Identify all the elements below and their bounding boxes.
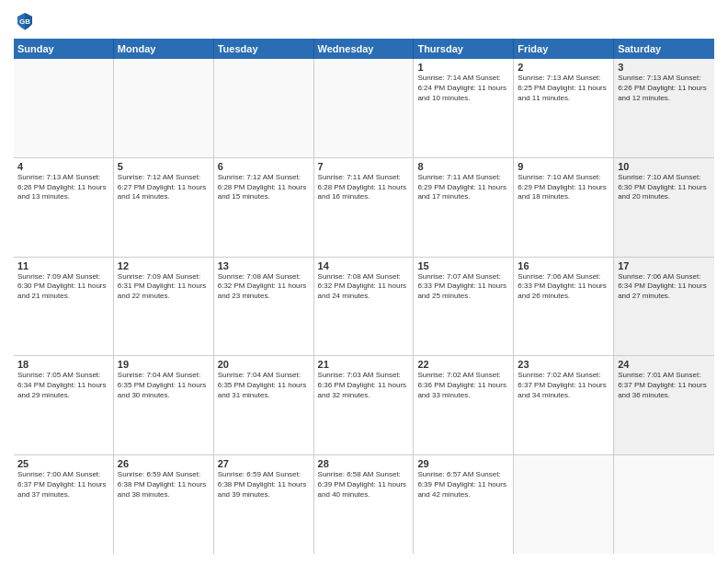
day-number: 3 xyxy=(618,62,711,73)
day-info: Sunrise: 7:09 AM Sunset: 6:30 PM Dayligh… xyxy=(17,272,109,302)
day-number: 17 xyxy=(618,260,711,271)
svg-text:GB: GB xyxy=(19,17,30,26)
day-info: Sunrise: 7:04 AM Sunset: 6:35 PM Dayligh… xyxy=(218,371,310,400)
day-info: Sunrise: 7:01 AM Sunset: 6:37 PM Dayligh… xyxy=(618,371,711,400)
cal-cell: 4Sunrise: 7:13 AM Sunset: 6:26 PM Daylig… xyxy=(14,158,114,257)
day-info: Sunrise: 7:04 AM Sunset: 6:35 PM Dayligh… xyxy=(118,371,210,400)
col-header-thursday: Thursday xyxy=(414,39,514,59)
cal-cell: 3Sunrise: 7:13 AM Sunset: 6:26 PM Daylig… xyxy=(614,59,714,157)
day-info: Sunrise: 7:07 AM Sunset: 6:33 PM Dayligh… xyxy=(417,272,509,302)
day-number: 18 xyxy=(17,359,109,370)
cal-cell xyxy=(14,59,114,157)
week-row-2: 11Sunrise: 7:09 AM Sunset: 6:30 PM Dayli… xyxy=(14,258,714,357)
day-info: Sunrise: 7:11 AM Sunset: 6:29 PM Dayligh… xyxy=(417,173,509,202)
day-info: Sunrise: 7:14 AM Sunset: 6:24 PM Dayligh… xyxy=(417,74,509,103)
cal-cell xyxy=(614,455,714,554)
day-info: Sunrise: 7:13 AM Sunset: 6:25 PM Dayligh… xyxy=(518,74,609,103)
cal-cell xyxy=(214,59,314,157)
day-info: Sunrise: 7:10 AM Sunset: 6:30 PM Dayligh… xyxy=(618,173,711,202)
day-number: 23 xyxy=(518,359,609,370)
day-number: 14 xyxy=(318,260,410,271)
day-number: 21 xyxy=(318,359,410,370)
day-info: Sunrise: 6:58 AM Sunset: 6:39 PM Dayligh… xyxy=(318,470,410,500)
day-number: 12 xyxy=(118,260,210,271)
cal-cell: 13Sunrise: 7:08 AM Sunset: 6:32 PM Dayli… xyxy=(214,258,314,356)
cal-cell: 14Sunrise: 7:08 AM Sunset: 6:32 PM Dayli… xyxy=(314,258,415,356)
day-info: Sunrise: 7:06 AM Sunset: 6:33 PM Dayligh… xyxy=(518,272,609,302)
cal-cell: 18Sunrise: 7:05 AM Sunset: 6:34 PM Dayli… xyxy=(14,356,114,454)
day-number: 22 xyxy=(417,359,509,370)
cal-cell: 26Sunrise: 6:59 AM Sunset: 6:38 PM Dayli… xyxy=(114,455,214,554)
day-number: 1 xyxy=(417,62,509,73)
day-info: Sunrise: 7:10 AM Sunset: 6:29 PM Dayligh… xyxy=(518,173,609,202)
cal-cell: 15Sunrise: 7:07 AM Sunset: 6:33 PM Dayli… xyxy=(414,258,514,356)
day-number: 5 xyxy=(118,161,210,172)
cal-cell: 25Sunrise: 7:00 AM Sunset: 6:37 PM Dayli… xyxy=(14,455,114,554)
cal-cell: 11Sunrise: 7:09 AM Sunset: 6:30 PM Dayli… xyxy=(14,258,114,356)
cal-cell: 12Sunrise: 7:09 AM Sunset: 6:31 PM Dayli… xyxy=(114,258,214,356)
cal-cell: 9Sunrise: 7:10 AM Sunset: 6:29 PM Daylig… xyxy=(514,158,614,257)
logo-icon: GB xyxy=(14,9,36,31)
cal-cell: 28Sunrise: 6:58 AM Sunset: 6:39 PM Dayli… xyxy=(314,455,415,554)
day-number: 10 xyxy=(618,161,711,172)
day-number: 20 xyxy=(218,359,310,370)
cal-cell xyxy=(314,59,415,157)
day-info: Sunrise: 6:59 AM Sunset: 6:38 PM Dayligh… xyxy=(218,470,310,500)
cal-cell: 7Sunrise: 7:11 AM Sunset: 6:28 PM Daylig… xyxy=(314,158,415,257)
calendar: SundayMondayTuesdayWednesdayThursdayFrid… xyxy=(14,39,714,554)
day-info: Sunrise: 7:13 AM Sunset: 6:26 PM Dayligh… xyxy=(17,173,109,202)
col-header-monday: Monday xyxy=(114,39,214,59)
header: GB xyxy=(14,9,714,31)
day-info: Sunrise: 7:08 AM Sunset: 6:32 PM Dayligh… xyxy=(318,272,410,302)
day-info: Sunrise: 7:08 AM Sunset: 6:32 PM Dayligh… xyxy=(218,272,310,302)
day-number: 2 xyxy=(518,62,609,73)
day-number: 28 xyxy=(318,458,410,469)
day-number: 6 xyxy=(218,161,310,172)
day-info: Sunrise: 7:00 AM Sunset: 6:37 PM Dayligh… xyxy=(17,470,109,500)
day-number: 4 xyxy=(17,161,109,172)
day-info: Sunrise: 7:05 AM Sunset: 6:34 PM Dayligh… xyxy=(17,371,109,400)
cal-cell: 27Sunrise: 6:59 AM Sunset: 6:38 PM Dayli… xyxy=(214,455,314,554)
cal-cell: 20Sunrise: 7:04 AM Sunset: 6:35 PM Dayli… xyxy=(214,356,314,454)
day-number: 29 xyxy=(417,458,509,469)
day-number: 16 xyxy=(518,260,609,271)
week-row-3: 18Sunrise: 7:05 AM Sunset: 6:34 PM Dayli… xyxy=(14,356,714,455)
cal-cell: 16Sunrise: 7:06 AM Sunset: 6:33 PM Dayli… xyxy=(514,258,614,356)
cal-cell: 24Sunrise: 7:01 AM Sunset: 6:37 PM Dayli… xyxy=(614,356,714,454)
col-header-saturday: Saturday xyxy=(614,39,714,59)
day-number: 11 xyxy=(17,260,109,271)
day-info: Sunrise: 6:57 AM Sunset: 6:39 PM Dayligh… xyxy=(417,470,509,500)
day-number: 19 xyxy=(118,359,210,370)
col-header-tuesday: Tuesday xyxy=(214,39,314,59)
col-header-friday: Friday xyxy=(514,39,614,59)
calendar-header-row: SundayMondayTuesdayWednesdayThursdayFrid… xyxy=(14,39,714,59)
day-number: 24 xyxy=(618,359,711,370)
cal-cell: 6Sunrise: 7:12 AM Sunset: 6:28 PM Daylig… xyxy=(214,158,314,257)
day-info: Sunrise: 6:59 AM Sunset: 6:38 PM Dayligh… xyxy=(118,470,210,500)
cal-cell: 22Sunrise: 7:02 AM Sunset: 6:36 PM Dayli… xyxy=(414,356,514,454)
day-info: Sunrise: 7:09 AM Sunset: 6:31 PM Dayligh… xyxy=(118,272,210,302)
day-number: 8 xyxy=(417,161,509,172)
cal-cell: 8Sunrise: 7:11 AM Sunset: 6:29 PM Daylig… xyxy=(414,158,514,257)
day-number: 13 xyxy=(218,260,310,271)
cal-cell: 17Sunrise: 7:06 AM Sunset: 6:34 PM Dayli… xyxy=(614,258,714,356)
day-info: Sunrise: 7:12 AM Sunset: 6:27 PM Dayligh… xyxy=(118,173,210,202)
day-number: 26 xyxy=(118,458,210,469)
week-row-0: 1Sunrise: 7:14 AM Sunset: 6:24 PM Daylig… xyxy=(14,59,714,158)
day-info: Sunrise: 7:13 AM Sunset: 6:26 PM Dayligh… xyxy=(618,74,711,103)
col-header-wednesday: Wednesday xyxy=(314,39,415,59)
cal-cell: 19Sunrise: 7:04 AM Sunset: 6:35 PM Dayli… xyxy=(114,356,214,454)
col-header-sunday: Sunday xyxy=(14,39,114,59)
day-info: Sunrise: 7:02 AM Sunset: 6:37 PM Dayligh… xyxy=(518,371,609,400)
day-info: Sunrise: 7:02 AM Sunset: 6:36 PM Dayligh… xyxy=(417,371,509,400)
cal-cell: 29Sunrise: 6:57 AM Sunset: 6:39 PM Dayli… xyxy=(414,455,514,554)
logo: GB xyxy=(14,9,40,31)
day-info: Sunrise: 7:06 AM Sunset: 6:34 PM Dayligh… xyxy=(618,272,711,302)
day-number: 25 xyxy=(17,458,109,469)
cal-cell xyxy=(114,59,214,157)
cal-cell: 10Sunrise: 7:10 AM Sunset: 6:30 PM Dayli… xyxy=(614,158,714,257)
cal-cell xyxy=(514,455,614,554)
day-number: 9 xyxy=(518,161,609,172)
day-info: Sunrise: 7:12 AM Sunset: 6:28 PM Dayligh… xyxy=(218,173,310,202)
page: GB SundayMondayTuesdayWednesdayThursdayF… xyxy=(0,0,728,563)
